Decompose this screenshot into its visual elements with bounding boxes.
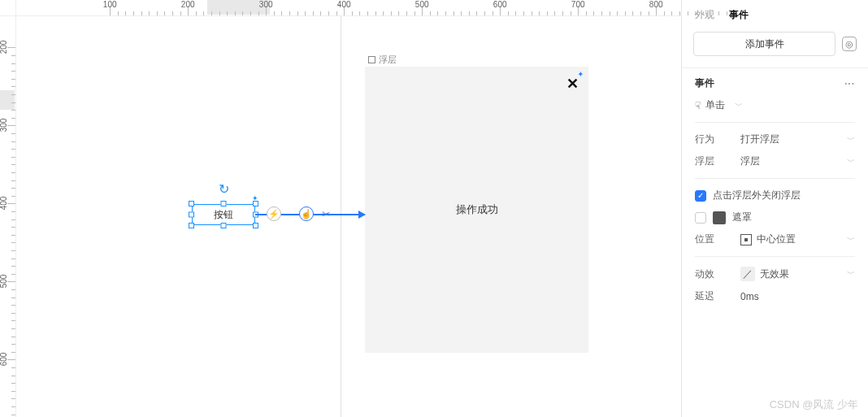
ruler-v-hilite: [0, 90, 15, 110]
resize-handle[interactable]: [189, 212, 194, 218]
delay-value: 0ms: [740, 291, 855, 302]
action-value: 打开浮层: [740, 132, 842, 146]
checkbox-off-icon[interactable]: [695, 212, 706, 224]
inspector-tabs: 外观 事件: [682, 0, 868, 28]
mask-label: 遮罩: [732, 211, 752, 224]
canvas-area[interactable]: 100200300400500600700800 200300400500600…: [0, 0, 681, 417]
connector-arrow-icon: [358, 211, 366, 219]
events-header: 事件: [695, 76, 714, 90]
button-label: 按钮: [214, 208, 233, 222]
resize-handle[interactable]: [253, 201, 258, 206]
resize-handle[interactable]: [189, 223, 194, 228]
trigger-row[interactable]: ☟ 单击 ﹀: [695, 98, 855, 112]
event-section: 事件 ··· ☟ 单击 ﹀ 行为 打开浮层 ﹀ 浮层 浮层 ﹀ ✓ 点击浮层外关…: [682, 67, 868, 319]
mask-row[interactable]: 遮罩: [695, 211, 855, 224]
trigger-value: 单击: [705, 98, 725, 112]
action-row[interactable]: 行为 打开浮层 ﹀: [695, 132, 855, 146]
divider: [695, 256, 855, 257]
layer-value: 浮层: [740, 154, 842, 168]
resize-handle[interactable]: [253, 223, 258, 228]
resize-handle[interactable]: [221, 223, 227, 228]
connector-cut-icon[interactable]: ✂: [322, 208, 331, 220]
close-outside-label: 点击浮层外关闭浮层: [713, 189, 801, 202]
layer-row[interactable]: 浮层 浮层 ﹀: [695, 154, 855, 168]
popup-layer-label[interactable]: 浮层: [368, 54, 397, 66]
canvas-stage[interactable]: 浮层 ✕ 操作成功 ↻ ✦ 按钮 ⚡ ☝ ✂: [16, 16, 681, 417]
popup-layer[interactable]: ✕ 操作成功: [365, 67, 588, 353]
effect-none-icon: ／: [740, 267, 755, 281]
delay-label: 延迟: [695, 289, 740, 303]
resize-handle[interactable]: [221, 201, 227, 206]
effect-label: 动效: [695, 267, 740, 281]
connector-node-trigger[interactable]: ⚡: [267, 206, 281, 221]
checkbox-on-icon[interactable]: ✓: [695, 190, 706, 202]
add-event-label: 添加事件: [745, 37, 784, 51]
chevron-down-icon: ﹀: [847, 134, 855, 146]
popup-layer-name: 浮层: [379, 54, 397, 66]
chevron-down-icon: ﹀: [847, 268, 855, 280]
popup-close-button[interactable]: ✕: [566, 76, 579, 91]
tab-events[interactable]: 事件: [729, 8, 749, 22]
target-icon[interactable]: ◎: [842, 37, 857, 51]
position-row[interactable]: 位置 中心位置 ﹀: [695, 232, 855, 246]
chevron-down-icon: ﹀: [735, 100, 743, 111]
artboard-edge: [341, 16, 341, 417]
selected-button-element[interactable]: ↻ ✦ 按钮: [192, 204, 255, 225]
events-more-button[interactable]: ···: [844, 78, 855, 89]
artboard[interactable]: [16, 16, 341, 417]
pointer-icon: ☟: [695, 100, 701, 111]
popup-message: 操作成功: [365, 202, 588, 217]
add-event-button[interactable]: 添加事件: [693, 32, 835, 56]
delay-row[interactable]: 延迟 0ms: [695, 289, 855, 303]
close-outside-row[interactable]: ✓ 点击浮层外关闭浮层: [695, 189, 855, 202]
mask-swatch-icon: [713, 211, 726, 224]
popup-layer-icon: [368, 56, 375, 63]
divider: [695, 122, 855, 123]
rotate-handle-icon[interactable]: ↻: [219, 181, 229, 197]
connector-node-event[interactable]: ☝: [299, 206, 314, 221]
chevron-down-icon: ﹀: [847, 156, 855, 167]
layer-label: 浮层: [695, 154, 740, 168]
effect-row[interactable]: 动效 ／ 无效果 ﹀: [695, 267, 855, 281]
divider: [695, 178, 855, 179]
position-value: 中心位置: [757, 232, 842, 246]
position-label: 位置: [695, 232, 740, 246]
position-center-icon: [740, 234, 752, 245]
ruler-corner: [0, 0, 16, 16]
inspector-panel: 外观 事件 添加事件 ◎ 事件 ··· ☟ 单击 ﹀ 行为 打开浮层 ﹀ 浮层: [681, 0, 868, 417]
ruler-horizontal[interactable]: 100200300400500600700800: [16, 0, 681, 16]
action-label: 行为: [695, 132, 740, 146]
resize-handle[interactable]: [189, 201, 194, 206]
ruler-vertical[interactable]: 200300400500600: [0, 16, 16, 417]
effect-value: 无效果: [760, 267, 842, 281]
tab-appearance[interactable]: 外观: [695, 8, 714, 22]
chevron-down-icon: ﹀: [847, 234, 855, 245]
